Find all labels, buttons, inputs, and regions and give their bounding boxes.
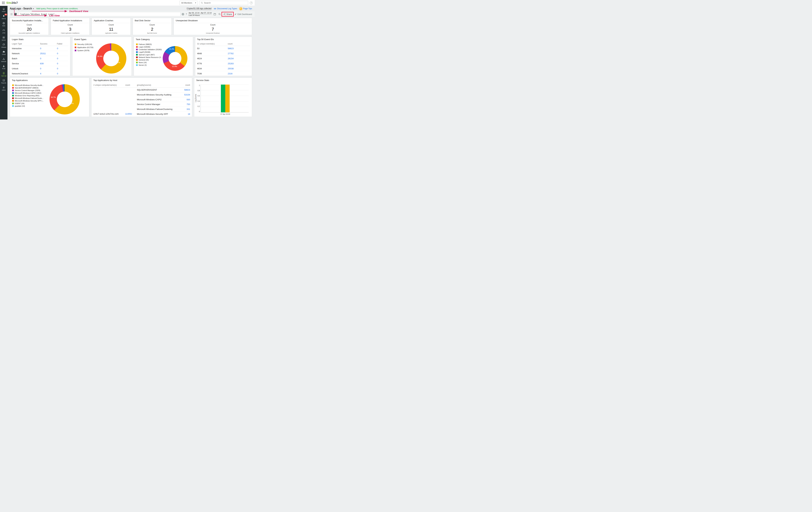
global-search-box[interactable]: [199, 1, 248, 5]
legend-item[interactable]: Network Name Resource (331): [136, 56, 163, 58]
table-row[interactable]: 4776 25283: [197, 61, 250, 66]
table-row[interactable]: NetworkCleartext 4 0: [12, 71, 68, 76]
source-count-link[interactable]: 18: [188, 113, 190, 115]
sidebar-item-network[interactable]: Network: [0, 56, 7, 63]
time-range-picker[interactable]: Apr 06, 12:14 - Apr 07, 12:14 Last 24 Ho…: [188, 12, 211, 17]
table-row[interactable]: Microsoft-Windows-CAPI2 930: [137, 97, 190, 102]
page-title[interactable]: AppLogs - Search ▾: [10, 7, 34, 10]
failed-count-link[interactable]: 0: [57, 47, 68, 50]
table-row[interactable]: Unlock 0 0: [12, 66, 68, 71]
failed-count-link[interactable]: 0: [57, 67, 68, 70]
event-count-link[interactable]: 27782: [228, 52, 250, 55]
success-count-link[interactable]: 25311: [40, 52, 57, 55]
top-applications-donut-chart[interactable]: 34.7% 62%: [50, 84, 80, 115]
table-row[interactable]: 4624 26154: [197, 56, 250, 61]
sidebar-item-server[interactable]: Server: [0, 35, 7, 42]
stat-card-failed-installations[interactable]: Failed Application Installations Count 3…: [51, 18, 90, 35]
table-row[interactable]: 4648 27782: [197, 51, 250, 56]
stat-card-successful-installations[interactable]: Successful Application Installa... Count…: [10, 18, 49, 35]
bar-group[interactable]: [221, 85, 230, 112]
legend-item[interactable]: Microsoft-Windows-FailoverCluste...: [12, 97, 50, 99]
legend-item[interactable]: Logon (53936): [136, 46, 163, 48]
sidebar-item-applogs[interactable]: AppLogs: [0, 71, 7, 78]
event-types-donut-chart[interactable]: 36.4% 62%: [96, 43, 126, 73]
legend-item[interactable]: Windows Error Reporting (962): [12, 95, 50, 97]
sidebar-item-home[interactable]: Home: [0, 6, 7, 13]
run-search-button[interactable]: [218, 12, 221, 16]
legend-item[interactable]: Service Control Manager (2329): [12, 89, 50, 91]
legend-item[interactable]: Security (105124): [75, 43, 96, 45]
logs-usage-link[interactable]: 0 bytes/51 GB logs collected: [187, 7, 211, 10]
success-count-link[interactable]: 4: [40, 72, 57, 75]
failed-count-link[interactable]: 0: [57, 62, 68, 65]
service-stats-chart[interactable]: Log Events 1 0.8 0.6 0.4 0.2 0: [194, 83, 252, 116]
legend-item[interactable]: None (14): [136, 62, 163, 63]
table-row[interactable]: 4634 25038: [197, 66, 250, 71]
table-row[interactable]: 53 58823: [197, 46, 250, 51]
legend-item[interactable]: Application (61729): [75, 47, 96, 49]
success-count-link[interactable]: 0: [40, 67, 57, 70]
table-row[interactable]: Microsoft-Windows-Security-Auditing 5315…: [137, 92, 190, 97]
legend-item[interactable]: ESENT (24): [12, 102, 50, 104]
query-input[interactable]: logtype="Windows Event Logs": [19, 12, 180, 16]
failed-count-link[interactable]: 0: [57, 72, 68, 75]
legend-item[interactable]: Failover (58823): [136, 43, 163, 45]
stat-card-application-crashes[interactable]: Application Crashes Count 11 Application…: [92, 18, 130, 35]
event-count-link[interactable]: 25038: [228, 67, 250, 70]
source-count-link[interactable]: 331: [186, 108, 190, 110]
global-search-input[interactable]: [204, 2, 247, 4]
sidebar-item-admin[interactable]: Admin: [0, 85, 7, 92]
success-count-link[interactable]: 0: [40, 57, 57, 60]
edit-dashboard-button[interactable]: Edit Dashboard: [234, 13, 252, 16]
query-help-icon[interactable]: ?: [186, 13, 187, 15]
event-count-link[interactable]: 58823: [228, 47, 250, 50]
sidebar-item-vmware[interactable]: VMware: [0, 42, 7, 49]
dashboard-view-button[interactable]: [14, 12, 17, 16]
table-row[interactable]: 7036 2316: [197, 71, 250, 76]
sidebar-item-reports[interactable]: Reports: [0, 78, 7, 85]
sidebar-item-web[interactable]: Web: [0, 21, 7, 28]
legend-item[interactable]: Credential Validation (25283): [136, 49, 163, 51]
task-category-donut-chart[interactable]: 15.2% 32.8%: [163, 46, 187, 71]
legend-item[interactable]: Logoff (25038): [136, 51, 163, 53]
table-row[interactable]: Network 25311 0: [12, 51, 68, 56]
event-count-link[interactable]: 25283: [228, 62, 250, 65]
source-count-link[interactable]: 53154: [184, 93, 190, 96]
stat-card-unexpected-shutdown[interactable]: Unexpected Shutdown Count 7 Unexpected S…: [174, 18, 252, 35]
table-row[interactable]: Service 839 0: [12, 61, 68, 66]
discovered-log-types-link[interactable]: Discovered Log Types: [214, 7, 237, 10]
calendar-button[interactable]: [213, 12, 216, 16]
legend-item[interactable]: System (2678): [75, 50, 96, 52]
source-count-link[interactable]: 930: [186, 98, 190, 101]
stat-card-bad-disk-sector[interactable]: Bad Disk Sector Count 2 Bad Disk Sector: [133, 18, 172, 35]
apps-grid-icon[interactable]: [2, 1, 5, 4]
legend-item[interactable]: Microsoft-Windows-CAPI2 (1852): [12, 92, 50, 94]
list-view-button[interactable]: [10, 12, 13, 16]
sidebar-item-alarms[interactable]: 80 Alarms: [0, 13, 7, 21]
table-row[interactable]: Batch 0 0: [12, 56, 68, 61]
legend-item[interactable]: General (24): [136, 59, 163, 61]
sidebar-item-rum[interactable]: RUM: [0, 63, 7, 71]
legend-item[interactable]: Microsoft-Windows-Security-SPP (...: [12, 100, 50, 102]
failed-count-link[interactable]: 0: [57, 52, 68, 55]
legend-item[interactable]: Special Logon (867): [136, 54, 163, 56]
share-button[interactable]: Share: [223, 13, 232, 16]
event-count-link[interactable]: 26154: [228, 57, 250, 60]
host-count-link[interactable]: 114062: [125, 113, 137, 115]
failed-count-link[interactable]: 0: [57, 57, 68, 60]
success-count-link[interactable]: 0: [40, 47, 57, 50]
legend-item[interactable]: SQLSERVERAGENT (58823): [12, 87, 50, 89]
table-row[interactable]: Microsoft-Windows-FailoverClustering 331: [137, 107, 190, 112]
source-count-link[interactable]: 58823: [184, 89, 190, 91]
legend-item[interactable]: gupdate (14): [12, 105, 50, 107]
legend-item[interactable]: Server (2): [136, 64, 163, 66]
sidebar-item-cloud[interactable]: Cloud: [0, 49, 7, 56]
success-count-link[interactable]: 839: [40, 62, 57, 65]
clear-query-icon[interactable]: ✕: [182, 13, 184, 16]
all-monitors-dropdown[interactable]: All Monitors ▾: [179, 1, 198, 5]
event-count-link[interactable]: 2316: [228, 72, 250, 75]
legend-item[interactable]: Microsoft-Windows-Security-Auditi...: [12, 84, 50, 86]
site24x7-logo[interactable]: Site24x7: [6, 1, 18, 4]
page-tips-link[interactable]: Page Tips: [239, 7, 252, 10]
table-row[interactable]: SQLSERVERAGENT 58823: [137, 88, 190, 92]
